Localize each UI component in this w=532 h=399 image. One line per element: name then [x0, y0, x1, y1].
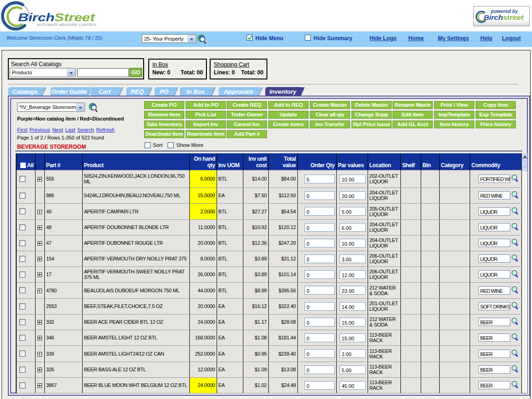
svg-text:Birchstreet: Birchstreet [484, 14, 524, 21]
svg-text:AUTOMATE MEASURE CONTROL: AUTOMATE MEASURE CONTROL [36, 23, 97, 27]
svg-text:BirchStreet: BirchStreet [18, 11, 96, 24]
svg-text:powered by: powered by [490, 8, 519, 14]
